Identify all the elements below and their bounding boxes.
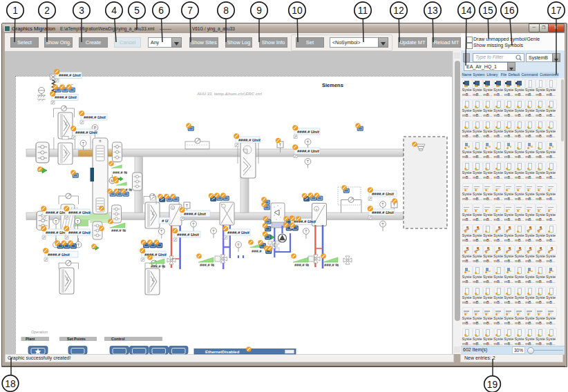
svg-text:19: 19	[487, 380, 498, 390]
svg-text:12: 12	[393, 6, 404, 16]
svg-text:15: 15	[482, 6, 493, 16]
svg-text:7: 7	[187, 6, 193, 16]
svg-text:5: 5	[134, 6, 140, 16]
svg-text:3: 3	[79, 6, 84, 16]
svg-text:11: 11	[358, 6, 368, 16]
svg-text:4: 4	[111, 6, 117, 16]
svg-text:16: 16	[504, 6, 515, 16]
svg-text:2: 2	[44, 6, 50, 16]
svg-text:9: 9	[256, 6, 262, 16]
svg-text:10: 10	[292, 6, 303, 16]
svg-text:8: 8	[223, 6, 229, 16]
svg-text:14: 14	[461, 6, 472, 16]
svg-text:17: 17	[551, 6, 561, 16]
svg-text:6: 6	[158, 6, 164, 16]
svg-text:1: 1	[12, 6, 18, 16]
svg-text:18: 18	[5, 379, 16, 389]
svg-text:13: 13	[427, 6, 438, 16]
